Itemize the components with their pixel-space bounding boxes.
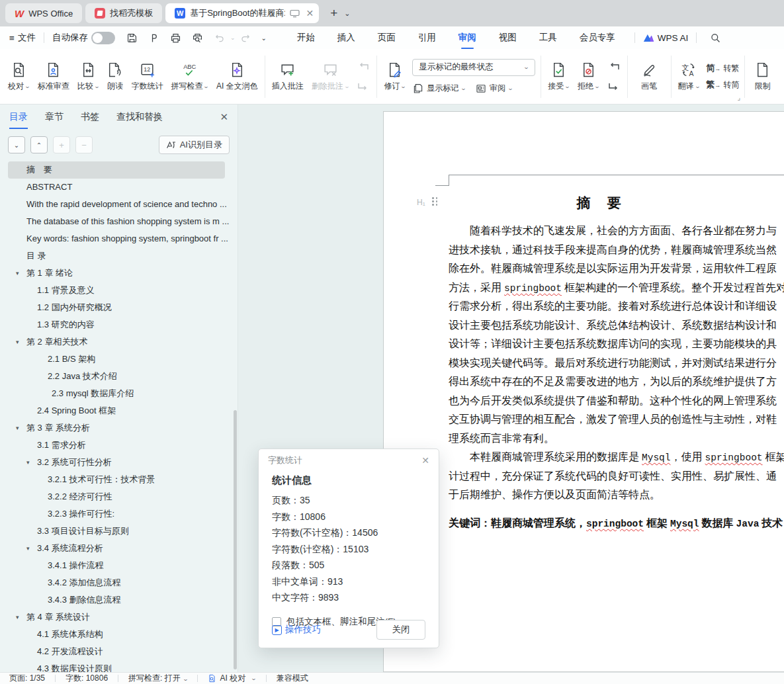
sidebar-tab-find-replace[interactable]: 查找和替换 <box>116 111 163 123</box>
ink-brush-button[interactable]: 画笔 <box>631 53 668 101</box>
document-page[interactable]: H₁ 摘 要 随着科学技术的飞速发展，社会的方方面面、各行各业都在努力与进技术接… <box>383 111 784 672</box>
outline-item[interactable]: With the rapid development of science an… <box>0 196 234 213</box>
collapse-caret-icon[interactable]: ▾ <box>16 419 19 437</box>
standard-review-button[interactable]: 标准审查 <box>34 53 73 101</box>
file-menu[interactable]: ≡ 文件 <box>9 32 36 44</box>
ai-polish-button[interactable]: AI 全文润色 <box>212 53 262 101</box>
outline-item[interactable]: 3.1 需求分析 <box>0 437 234 454</box>
outline-item[interactable]: 3.2.3 操作可行性: <box>0 505 234 523</box>
collapse-caret-icon[interactable]: ▾ <box>16 609 19 626</box>
sidebar-scrollbar[interactable] <box>234 410 237 669</box>
outline-item[interactable]: 2.3 mysql 数据库介绍 <box>0 385 234 402</box>
outline-item[interactable]: 摘 要 <box>8 161 225 179</box>
translate-button[interactable]: 文A 翻译⌄ <box>674 53 704 101</box>
print-icon[interactable] <box>169 32 182 44</box>
menu-tab-tools[interactable]: 工具 <box>539 32 557 44</box>
tab-close-icon[interactable]: ✕ <box>306 8 314 19</box>
save-icon[interactable] <box>126 32 138 44</box>
restrict-editing-button[interactable]: 限制 <box>748 53 777 101</box>
track-changes-button[interactable]: 修订⌄ <box>380 53 410 101</box>
outline-item[interactable]: 3.2.1 技术可行性：技术背景 <box>0 471 234 488</box>
word-count-button[interactable]: 12 字数统计 <box>127 53 167 101</box>
to-simplified-button[interactable]: 繁→ 转简 <box>706 79 739 91</box>
outline-item[interactable]: ▾第 3 章 系统分析 <box>0 419 234 437</box>
wps-ai-button[interactable]: WPS AI <box>643 33 689 43</box>
outline-item[interactable]: 3.2.2 经济可行性 <box>0 488 234 505</box>
menu-tab-page[interactable]: 页面 <box>378 32 396 44</box>
reject-revision-button[interactable]: 拒绝⌄ <box>574 53 603 101</box>
print-preview-icon[interactable] <box>191 32 204 44</box>
outline-item[interactable]: The database of this fashion shopping sy… <box>0 213 234 230</box>
export-icon[interactable] <box>148 32 160 44</box>
collapse-caret-icon[interactable]: ▾ <box>16 333 19 351</box>
menu-tab-view[interactable]: 视图 <box>499 32 517 44</box>
outline-item[interactable]: 3.4.3 删除信息流程 <box>0 591 234 609</box>
menu-tab-review[interactable]: 审阅 <box>458 32 476 44</box>
outline-item[interactable]: 目 录 <box>0 247 234 265</box>
tab-preview-icon[interactable] <box>290 9 300 18</box>
outline-next-button[interactable]: ⌄ <box>8 136 25 153</box>
compare-button[interactable]: 比较⌄ <box>73 53 103 101</box>
tab-document[interactable]: W 基于SpringBoot的鞋履商城管 ✕ <box>165 3 319 23</box>
outline-item[interactable]: 4.2 开发流程设计 <box>0 643 234 660</box>
sidebar-tab-bookmarks[interactable]: 书签 <box>81 111 99 123</box>
tab-wps-office[interactable]: W WPS Office <box>5 3 82 23</box>
to-traditional-button[interactable]: 简→ 转繁 <box>706 62 739 74</box>
collapse-caret-icon[interactable]: ▾ <box>26 454 30 471</box>
menu-tab-home[interactable]: 开始 <box>297 32 315 44</box>
dialog-close-button[interactable]: 关闭 <box>376 620 425 640</box>
outline-item[interactable]: 1.2 国内外研究概况 <box>0 299 234 316</box>
review-pane-button[interactable]: 审阅⌄ <box>475 83 513 95</box>
ai-proof-status[interactable]: AI 校对⌄ <box>208 673 255 684</box>
expand-group-icon[interactable]: ⌟ <box>738 94 741 101</box>
outline-item[interactable]: 3.4.1 操作流程 <box>0 557 234 574</box>
new-tab-button[interactable]: + <box>330 6 337 21</box>
sidebar-tab-chapters[interactable]: 章节 <box>45 111 64 123</box>
spell-check-button[interactable]: ABC 拼写检查⌄ <box>167 53 212 101</box>
outline-previous-button[interactable]: ⌃ <box>30 136 48 153</box>
dialog-close-icon[interactable]: ✕ <box>421 455 429 466</box>
outline-item[interactable]: ▾第 1 章 绪论 <box>0 265 234 282</box>
search-icon[interactable] <box>709 32 722 44</box>
quick-access-chevron-icon[interactable]: ⌄ <box>261 34 266 42</box>
show-markup-button[interactable]: 显示标记⌄ <box>412 83 466 95</box>
next-revision-icon[interactable] <box>606 79 622 93</box>
autosave-toggle[interactable] <box>91 32 115 44</box>
outline-item[interactable]: ▾第 4 章 系统设计 <box>0 609 234 626</box>
outline-item[interactable]: 1.1 背景及意义 <box>0 282 234 299</box>
outline-item[interactable]: Key words: fashion shopping system, spri… <box>0 230 234 247</box>
sidebar-close-icon[interactable]: ✕ <box>220 111 228 123</box>
previous-revision-icon[interactable] <box>606 60 622 73</box>
outline-item[interactable]: 2.2 Java 技术介绍 <box>0 368 234 385</box>
sidebar-tab-contents[interactable]: 目录 <box>9 111 28 123</box>
drag-handle-icon[interactable] <box>432 197 438 206</box>
collapse-caret-icon[interactable]: ▾ <box>26 540 30 557</box>
word-count-indicator[interactable]: 字数: 10806 <box>65 673 108 684</box>
tab-list-chevron-icon[interactable]: ⌄ <box>344 9 350 18</box>
read-aloud-button[interactable]: 朗读 <box>103 53 127 101</box>
tab-docer-templates[interactable]: 找稻壳模板 <box>85 3 162 23</box>
markup-state-dropdown[interactable]: 显示标记的最终状态 ⌄ <box>412 59 535 76</box>
outline-item[interactable]: ABSTRACT <box>0 179 234 196</box>
dialog-title-bar[interactable]: 字数统计 ✕ <box>259 449 439 472</box>
menu-tab-member[interactable]: 会员专享 <box>580 32 615 44</box>
outline-item[interactable]: ▾3.4 系统流程分析 <box>0 540 234 557</box>
collapse-caret-icon[interactable]: ▾ <box>16 265 19 282</box>
outline-item[interactable]: ▾第 2 章相关技术 <box>0 333 234 351</box>
outline-item[interactable]: 2.1 B/S 架构 <box>0 351 234 368</box>
outline-item[interactable]: 4.3 数据库设计原则 <box>0 660 234 672</box>
outline-item[interactable]: 3.3 项目设计目标与原则 <box>0 523 234 540</box>
page-indicator[interactable]: 页面: 1/35 <box>9 673 45 684</box>
accept-revision-button[interactable]: 接受⌄ <box>544 53 574 101</box>
outline-item[interactable]: ▾3.2 系统可行性分析 <box>0 454 234 471</box>
insert-comment-button[interactable]: 插入批注 <box>268 53 308 101</box>
outline-item[interactable]: 4.1 系统体系结构 <box>0 626 234 643</box>
tips-link[interactable]: ▶ 操作技巧 <box>272 624 321 636</box>
outline-item[interactable]: 1.3 研究的内容 <box>0 316 234 333</box>
outline-item[interactable]: 2.4 Spring Boot 框架 <box>0 402 234 419</box>
proofread-button[interactable]: 校对⌄ <box>4 53 34 101</box>
ai-recognize-outline-button[interactable]: AI识别目录 <box>159 136 230 154</box>
outline-item[interactable]: 3.4.2 添加信息流程 <box>0 574 234 591</box>
menu-tab-reference[interactable]: 引用 <box>418 32 436 44</box>
spell-check-status[interactable]: 拼写检查: 打开⌄ <box>128 673 187 684</box>
